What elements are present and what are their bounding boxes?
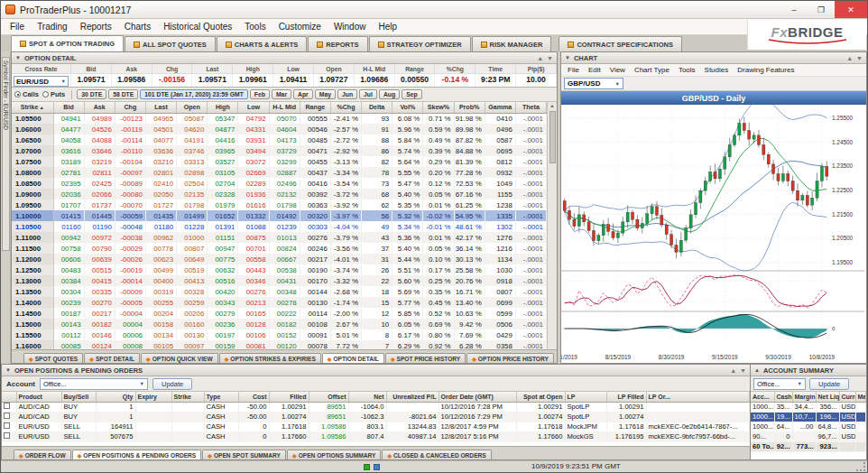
menu-customize[interactable]: Customize <box>272 20 328 33</box>
scroll-thumb[interactable] <box>549 111 556 163</box>
chain-col-low[interactable]: Low <box>238 102 269 113</box>
dock-down-icon[interactable]: ▼ <box>856 55 863 61</box>
option-chain-row-1.06000[interactable]: 1.060000447704526-0011904501046200487704… <box>12 124 547 134</box>
bottom-tab-spot-detail[interactable]: ◆SPOT DETAIL <box>84 353 140 363</box>
option-chain-row-1.12000[interactable]: 1.120000060600639-0002600623006490077500… <box>12 254 547 264</box>
menu-reports[interactable]: Reports <box>74 20 118 33</box>
chart-canvas[interactable]: 1.255001.245001.235001.225001.215001.205… <box>561 105 864 363</box>
positions-update-button[interactable]: Update <box>152 378 192 390</box>
account-row-4[interactable]: 60 To...92...773...923... <box>751 441 866 451</box>
collapse-icon[interactable]: ▼ <box>565 55 570 60</box>
chain-col-high[interactable]: High <box>208 102 238 113</box>
chain-col-theta[interactable]: Theta <box>515 102 546 113</box>
scroll-up-icon[interactable]: ▲ <box>549 102 554 109</box>
option-chain-row-1.14000[interactable]: 1.140000023900270-0000500255002590034300… <box>12 297 547 308</box>
option-chain-row-1.14500[interactable]: 1.145000018700217-0000400204002060027900… <box>12 308 547 319</box>
pos-col-qty[interactable]: Qty <box>96 392 135 402</box>
puts-radio[interactable]: Puts <box>42 90 65 98</box>
tab-strategy-optimizer[interactable]: STRATEGY OPTIMIZER <box>369 36 471 51</box>
bottom-tab-option-detail[interactable]: ◆OPTION DETAIL <box>322 353 384 363</box>
tab-contract-specifications[interactable]: CONTRACT SPECIFICATIONS <box>559 36 682 51</box>
pos-col-buy-sell[interactable]: Buy/Sell <box>61 392 96 402</box>
menu-tools[interactable]: Tools <box>238 20 272 33</box>
position-row-eur-usd-2[interactable]: EUR/USDSELL164911CASH01.176181.09586803.… <box>2 422 750 431</box>
chain-col-bid[interactable]: Bid <box>53 102 84 113</box>
account-row-1[interactable]: 1000...19...10,7...196...USD <box>751 412 866 422</box>
dock-up-icon[interactable]: ▲ <box>537 55 543 61</box>
account-row-0[interactable]: 1000...35...34,4...356...USD <box>751 402 866 412</box>
pos-col-filled[interactable]: Filled <box>269 392 309 402</box>
chain-col-open[interactable]: Open <box>177 102 208 113</box>
row-checkbox[interactable] <box>4 403 10 409</box>
acct-col-ma[interactable]: Ma... <box>855 392 866 402</box>
collapse-icon[interactable]: ▼ <box>15 55 21 60</box>
close-icon[interactable]: ✕ <box>835 1 867 18</box>
dock-up-icon[interactable]: ▲ <box>846 55 853 61</box>
bottom-tab-option-quick-view[interactable]: ◆OPTION QUICK VIEW <box>141 353 218 363</box>
calls-radio[interactable]: Calls <box>14 90 39 98</box>
chain-col-ask[interactable]: Ask <box>84 102 115 113</box>
pos-col-check[interactable] <box>2 392 16 402</box>
option-chain-row-1.08000[interactable]: 1.080000278102811-0009702801028980310502… <box>12 167 547 178</box>
pos-col-offset[interactable]: Offset <box>309 392 348 402</box>
chain-col-vol[interactable]: Vol% <box>392 102 423 113</box>
month-button-sep[interactable]: Sep <box>402 89 421 99</box>
menu-file[interactable]: File <box>4 20 31 33</box>
month-button-may[interactable]: May <box>315 89 336 99</box>
acct-col-cash[interactable]: Cash <box>774 392 792 402</box>
dock-down-icon[interactable]: ▼ <box>547 55 553 61</box>
bottom-tab-open-options-summary[interactable]: ◆OPEN OPTIONS SUMMARY <box>287 450 381 459</box>
month-button-jul[interactable]: Jul <box>359 89 377 99</box>
chain-col-chg[interactable]: Chg <box>115 102 145 113</box>
bottom-tab-spot-price-history[interactable]: ◆SPOT PRICE HISTORY <box>385 353 466 363</box>
position-row-aud-cad-0[interactable]: AUD/CADBUY1CASH-50.001.0029189651-1064.0… <box>2 402 750 412</box>
chart-menu-studies[interactable]: Studies <box>700 65 734 75</box>
chain-col-hlmid[interactable]: H-L Mid <box>269 102 300 113</box>
minimize-icon[interactable]: – <box>780 1 808 18</box>
pos-col-lp-filled[interactable]: LP Filled <box>606 392 646 402</box>
account-row-3[interactable]: 90...096,7...USD <box>751 431 866 441</box>
option-chain-row-1.15500[interactable]: 1.15500001120014600006001340013000197001… <box>12 329 547 340</box>
chart-menu-file[interactable]: File <box>563 65 584 75</box>
bottom-tab-open-spot-summary[interactable]: ◆OPEN SPOT SUMMARY <box>202 450 286 459</box>
option-chain-row-1.09000[interactable]: 1.090000203602066-0008002050021350232801… <box>12 189 547 199</box>
option-chain-row-1.11000[interactable]: 1.110000094200972-0003800962010000115100… <box>12 232 547 243</box>
option-chain-row-1.10500[interactable]: 1.105000116001190-0004801180012280139101… <box>12 221 547 232</box>
bottom-tab-option-strikes-expiries[interactable]: ◆OPTION STRIKES & EXPIRIES <box>219 353 321 363</box>
option-chain-row-1.10000[interactable]: 1.100000141501445-0005901435014990165201… <box>12 210 547 221</box>
pair-select[interactable]: EUR/USD▼ <box>14 76 69 87</box>
row-checkbox[interactable] <box>4 432 10 439</box>
collapse-icon[interactable]: ▲ <box>754 367 760 373</box>
option-chain-row-1.13000[interactable]: 1.130000038400415-0001400400004130051600… <box>12 275 547 286</box>
tab-risk-manager[interactable]: RISK MANAGER <box>472 36 552 51</box>
pos-col-lp-or[interactable]: LP Or... <box>646 392 750 402</box>
menu-trading[interactable]: Trading <box>31 20 74 33</box>
menu-charts[interactable]: Charts <box>118 20 157 33</box>
chain-col-range[interactable]: Range <box>300 102 330 113</box>
option-chain-row-1.07000[interactable]: 1.070000361603646-0011003636037460396503… <box>12 145 547 156</box>
chain-col-prob[interactable]: Prob% <box>454 102 485 113</box>
option-chain-row-1.05500[interactable]: 1.055000494104989-0012304965050870534704… <box>12 113 547 124</box>
option-chain-row-1.15000[interactable]: 1.15000001430018200004001580016000236001… <box>12 319 547 329</box>
chart-menu-view[interactable]: View <box>605 65 630 75</box>
chain-col-pchg[interactable]: %Chg <box>330 102 361 113</box>
option-chain-row-1.08500[interactable]: 1.085000239502425-0008902410025040270402… <box>12 178 547 189</box>
bottom-tab-order-flow[interactable]: ◆ORDER FLOW <box>14 450 71 459</box>
bottom-tab-spot-quotes[interactable]: ◆SPOT QUOTES <box>23 353 83 363</box>
pos-col-order-date-gmt[interactable]: Order Date (GMT) <box>439 392 516 402</box>
acct-col-currency[interactable]: Currency <box>839 392 855 402</box>
dock-down-icon[interactable]: ▼ <box>740 367 746 374</box>
account-row-2[interactable]: 1000...64......0064,8...USD <box>751 422 866 431</box>
chart-menu-chart-type[interactable]: Chart Type <box>630 65 674 75</box>
chart-symbol-select[interactable]: GBP/USD▼ <box>564 78 623 89</box>
option-chain-row-1.09500[interactable]: 1.095000170701737-0007001727017980197901… <box>12 199 547 210</box>
month-button-jun[interactable]: Jun <box>337 89 357 99</box>
pos-col-spot-at-open[interactable]: Spot at Open <box>516 392 565 402</box>
resize-grip-icon[interactable] <box>856 462 865 471</box>
position-row-aud-cad-1[interactable]: AUD/CADBUY1CASH-50.001.0027489651-1062.3… <box>2 412 750 422</box>
tab-spot-option-trading[interactable]: SPOT & OPTION TRADING <box>11 35 124 51</box>
chart-menu-edit[interactable]: Edit <box>584 65 605 75</box>
month-button-mar[interactable]: Mar <box>272 89 291 99</box>
option-chain-row-1.13500[interactable]: 1.135000030400335-0000900319003280042000… <box>12 286 547 297</box>
chart-body[interactable]: 1.255001.245001.235001.225001.215001.205… <box>561 105 866 363</box>
